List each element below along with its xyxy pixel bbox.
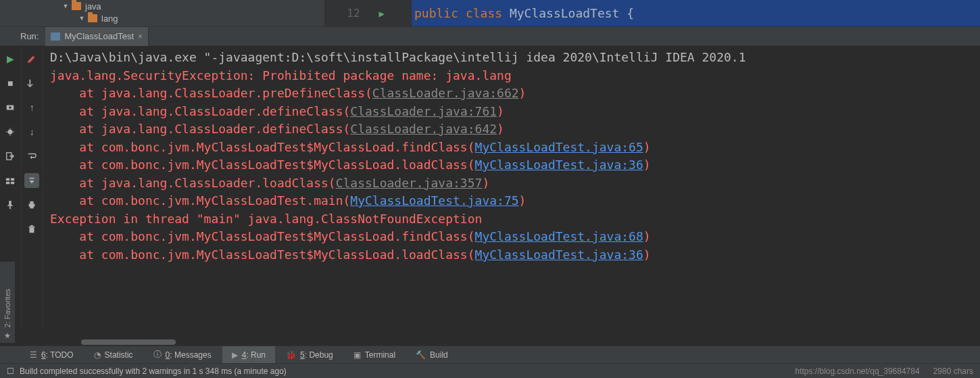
run-config-icon [51,32,60,41]
exit-icon[interactable] [3,149,18,164]
svg-rect-11 [11,182,14,185]
pin-icon[interactable] [3,197,18,212]
char-count: 2980 chars [933,367,973,376]
favorites-stripe[interactable]: 2: Favorites ★ [0,262,15,343]
tree-label: java [85,1,101,11]
scroll-to-end-icon[interactable] [24,173,39,188]
layout-icon[interactable] [3,173,18,188]
play-icon: ▶ [232,350,238,360]
close-icon[interactable]: × [138,32,143,41]
svg-rect-10 [6,182,9,185]
exception-header: java.lang.SecurityException: Prohibited … [50,68,512,82]
line-number: 12 [347,7,360,20]
console-command: D:\Java\bin\java.exe "-javaagent:D:\soft… [50,50,746,64]
caret-down-icon[interactable]: ▼ [62,3,69,9]
tab-messages[interactable]: ⓘ0: Messages [144,346,221,364]
up-arrow-icon[interactable]: ↑ [24,100,39,115]
horizontal-scrollbar[interactable] [81,339,176,345]
svg-rect-17 [29,227,35,228]
svg-rect-18 [31,225,34,227]
tree-label: lang [101,14,118,24]
keyword: public [414,6,458,20]
source-link[interactable]: MyClassLoadTest.java:68 [475,229,643,243]
source-link[interactable]: ClassLoader.java:761 [350,104,497,118]
clock-icon: ◔ [94,350,101,360]
tab-build[interactable]: 🔨Build [406,346,458,364]
project-tree[interactable]: ▼ java ▼ lang [0,0,324,26]
source-link[interactable]: MyClassLoadTest.java:75 [350,193,518,208]
svg-rect-16 [30,227,34,233]
watermark-url: https://blog.csdn.net/qq_39684784 [795,367,919,376]
source-link[interactable]: ClassLoader.java:642 [350,122,497,136]
hammer-icon: 🔨 [416,350,426,360]
run-label: Run: [0,31,45,41]
print-icon[interactable] [24,197,39,212]
bottom-toolwindow-bar: ☰6: TODO ◔Statistic ⓘ0: Messages ▶4: Run… [0,346,980,363]
status-icon[interactable]: ☐ [7,367,14,376]
tree-row-java[interactable]: ▼ java [0,0,324,12]
brace: { [627,6,634,20]
top-area: ▼ java ▼ lang 12 ▶ public class MyClassL… [0,0,980,27]
terminal-icon: ▣ [353,350,361,360]
list-icon: ☰ [30,350,37,360]
svg-rect-14 [30,202,34,204]
code-line[interactable]: public class MyClassLoadTest { [412,0,980,26]
soft-wrap-icon[interactable] [24,149,39,164]
debug-icon[interactable] [3,124,18,139]
svg-point-1 [9,106,12,109]
source-link[interactable]: MyClassLoadTest.java:65 [475,140,643,154]
favorites-label: 2: Favorites [3,289,11,327]
source-link[interactable]: ClassLoader.java:662 [372,86,519,100]
rerun-icon[interactable]: ▶ [3,51,18,66]
info-icon: ⓘ [153,349,162,360]
down-stack-icon[interactable] [24,76,39,91]
trash-icon[interactable] [24,222,39,237]
folder-icon [72,2,81,10]
bug-icon: 🐞 [286,350,296,360]
source-link[interactable]: ClassLoader.java:357 [336,176,483,190]
console-output[interactable]: D:\Java\bin\java.exe "-javaagent:D:\soft… [43,46,980,330]
folder-icon [88,14,97,22]
run-tab[interactable]: MyClassLoadTest × [45,27,149,46]
run-header: Run: MyClassLoadTest × [0,27,980,46]
svg-rect-9 [11,179,14,181]
svg-rect-12 [9,206,11,209]
identifier: MyClassLoadTest [510,6,620,20]
tree-row-lang[interactable]: ▼ lang [0,12,324,24]
editor-gutter: 12 ▶ [325,0,412,26]
stop-icon[interactable]: ■ [3,76,18,91]
tab-terminal[interactable]: ▣Terminal [344,346,405,364]
run-body: ▶ ■ ↑ ↓ [0,46,980,330]
edit-icon[interactable] [24,51,39,66]
down-arrow-icon[interactable]: ↓ [24,124,39,139]
status-message: Build completed successfully with 2 warn… [20,367,287,376]
tab-todo[interactable]: ☰6: TODO [20,346,83,364]
svg-rect-15 [30,206,34,209]
svg-point-2 [8,130,13,135]
tab-debug[interactable]: 🐞5: Debug [276,346,343,364]
tab-statistic[interactable]: ◔Statistic [84,346,143,364]
svg-rect-8 [6,179,9,181]
caret-down-icon[interactable]: ▼ [78,15,85,22]
editor[interactable]: 12 ▶ public class MyClassLoadTest { [324,0,980,26]
exception-header: Exception in thread "main" java.lang.Cla… [50,212,482,226]
star-icon: ★ [4,331,11,340]
dump-threads-icon[interactable] [3,100,18,115]
run-gutter-icon[interactable]: ▶ [379,8,385,19]
source-link[interactable]: MyClassLoadTest.java:36 [475,247,643,262]
run-tab-title: MyClassLoadTest [64,31,134,41]
tab-run[interactable]: ▶4: Run [222,346,275,364]
source-link[interactable]: MyClassLoadTest.java:36 [475,158,643,172]
keyword: class [466,6,502,20]
status-bar: ☐ Build completed successfully with 2 wa… [0,363,980,378]
